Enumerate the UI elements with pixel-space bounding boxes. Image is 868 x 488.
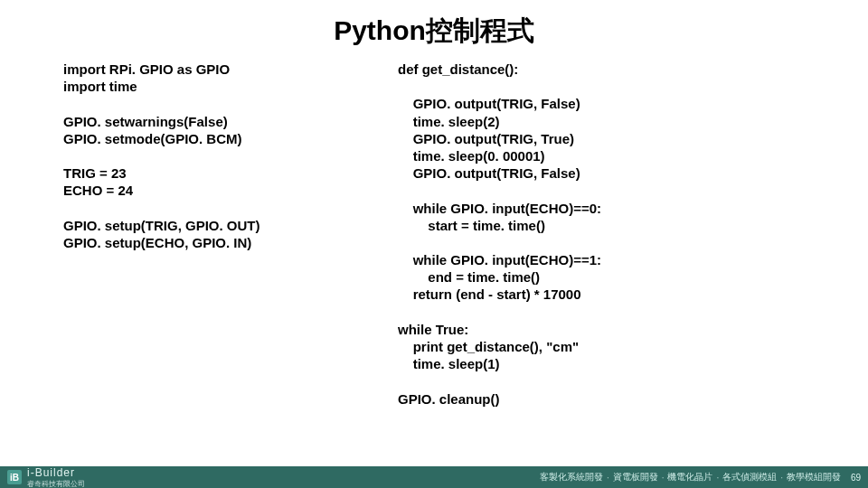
brand-logo-icon: iB [7,470,22,484]
separator-icon: · [716,473,719,483]
footer-tag: 資電板開發 [613,471,658,483]
footer: iB i-Builder 睿奇科技有限公司 客製化系統開發· 資電板開發· 機電… [0,466,868,488]
brand: iB i-Builder 睿奇科技有限公司 [7,466,85,489]
footer-tag: 客製化系統開發 [540,471,603,483]
slide-title: Python控制程式 [0,0,868,50]
footer-tag: 教學模組開發 [787,471,841,483]
slide: Python控制程式 import RPi. GPIO as GPIO impo… [0,0,868,488]
page-number: 69 [844,473,861,483]
separator-icon: · [780,473,783,483]
code-right: def get_distance(): GPIO. output(TRIG, F… [398,61,805,408]
footer-tags: 客製化系統開發· 資電板開發· 機電化晶片· 各式偵測模組· 教學模組開發 69 [540,471,861,483]
footer-tag: 機電化晶片 [667,471,712,483]
code-left: import RPi. GPIO as GPIO import time GPI… [63,61,344,408]
brand-text: i-Builder 睿奇科技有限公司 [27,466,85,489]
brand-main: i-Builder [27,466,85,479]
footer-tag: 各式偵測模組 [722,471,777,483]
separator-icon: · [662,473,665,483]
content-row: import RPi. GPIO as GPIO import time GPI… [0,50,868,408]
separator-icon: · [607,473,609,483]
brand-sub: 睿奇科技有限公司 [27,479,85,489]
